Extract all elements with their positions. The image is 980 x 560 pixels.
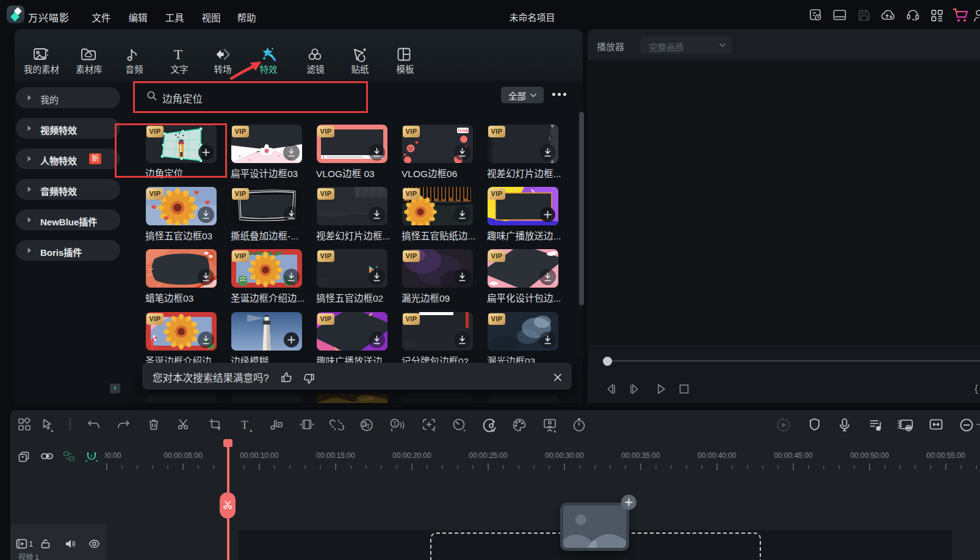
svg-text:T: T — [174, 47, 182, 62]
svg-text:T: T — [241, 418, 248, 431]
svg-text:T: T — [393, 420, 397, 427]
svg-text:T: T — [366, 422, 370, 429]
svg-text:AI: AI — [491, 427, 495, 433]
svg-text:LIVE: LIVE — [460, 128, 469, 133]
